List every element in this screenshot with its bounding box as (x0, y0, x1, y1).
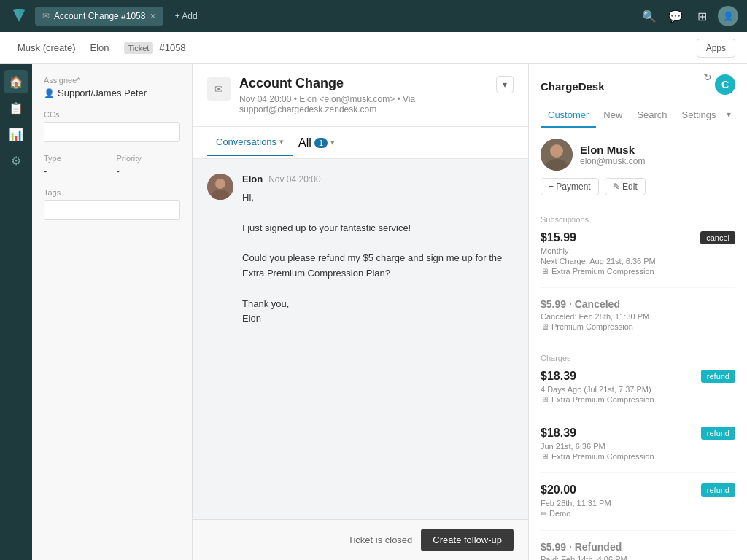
charge-amount-4: $5.99 · Refunded (541, 541, 622, 553)
assignee-value: 👤 Support/James Peter (44, 88, 180, 98)
tab-more-icon[interactable]: ▾ (724, 104, 734, 128)
panel-title: ChargeDesk (541, 80, 605, 93)
charge-item-4: $5.99 · Refunded Paid: Feb 14th, 4:06 PM… (541, 541, 735, 560)
priority-value: - (117, 166, 181, 176)
subscription-item-2: $5.99 · Canceled Canceled: Feb 28th, 11:… (541, 298, 735, 343)
message-avatar (207, 174, 233, 200)
tags-field: Tags (44, 188, 180, 220)
refund-badge-2[interactable]: refund (701, 427, 735, 440)
ticket-badge: Ticket (124, 42, 154, 54)
message-author: Elon (242, 174, 263, 184)
user-avatar[interactable]: 👤 (718, 6, 738, 26)
tab-close-icon[interactable]: × (150, 11, 155, 21)
charge-detail-3a: Feb 28th, 11:31 PM (541, 499, 735, 508)
breadcrumb-elon[interactable]: Elon (84, 39, 115, 56)
panel-content: Subscriptions $15.99 cancel Monthly Next… (529, 206, 747, 560)
message-content: Elon Nov 04 20:00 Hi, I just signed up t… (242, 174, 514, 327)
assignee-label: Assignee* (44, 76, 180, 85)
main-area: 🏠 📋 📊 ⚙ Assignee* 👤 Support/James Peter … (0, 64, 747, 560)
conversations-bar: Conversations ▾ All 1 ▾ (193, 127, 528, 159)
conversations-count: 1 (314, 138, 328, 148)
nav-reports[interactable]: 📊 (4, 122, 28, 146)
email-icon: ✉ (207, 77, 231, 101)
sub-amount-2: $5.99 · Canceled (541, 298, 620, 310)
charge-amount-2: $18.39 (541, 427, 576, 440)
edit-button[interactable]: ✎ Edit (605, 178, 646, 195)
charge-detail-3b: ✏ Demo (541, 509, 735, 518)
payment-button[interactable]: + Payment (541, 178, 599, 195)
sub-detail-1a: Monthly (541, 246, 735, 255)
customer-section: Elon Musk elon@musk.com + Payment ✎ Edit (529, 128, 747, 206)
refund-badge-1[interactable]: refund (701, 370, 735, 383)
email-header: ✉ Account Change Nov 04 20:00 • Elon <el… (193, 64, 528, 127)
cancel-badge-1[interactable]: cancel (700, 231, 735, 244)
ccs-field: CCs (44, 110, 180, 142)
charge-item-1: $18.39 refund 4 Days Ago (Jul 21st, 7:37… (541, 370, 735, 416)
sub-detail-1c: 🖥 Extra Premium Compression (541, 267, 735, 276)
tab-settings[interactable]: Settings (675, 104, 724, 128)
breadcrumb-ticket[interactable]: Ticket #1058 (118, 39, 192, 57)
type-priority-row: Type - Priority - (44, 154, 180, 176)
sub-amount-1: $15.99 (541, 231, 576, 244)
charge-amount-3: $20.00 (541, 483, 576, 497)
subscriptions-title: Subscriptions (541, 215, 735, 224)
charges-title: Charges (541, 354, 735, 362)
ticket-number: #1058 (159, 42, 185, 53)
refund-badge-3[interactable]: refund (701, 483, 735, 497)
ccs-input[interactable] (44, 122, 180, 142)
nav-tickets[interactable]: 📋 (4, 96, 28, 120)
conversations-dropdown-icon[interactable]: ▾ (279, 137, 284, 147)
panel-logo: C (715, 74, 735, 98)
sub-detail-2b: 🖥 Premium Compression (541, 322, 735, 331)
charge-detail-2b: 🖥 Extra Premium Compression (541, 452, 735, 461)
all-filter[interactable]: All 1 ▾ (298, 136, 335, 149)
nav-home[interactable]: 🏠 (4, 70, 28, 93)
panel-tabs: Customer New Search Settings ▾ (529, 104, 747, 128)
email-meta: Nov 04 20:00 • Elon <elon@musk.com> • Vi… (239, 94, 487, 114)
topbar: ✉ Account Change #1058 × + Add 🔍 💬 ⊞ 👤 (0, 0, 747, 32)
conversations-tab[interactable]: Conversations ▾ (207, 129, 293, 156)
tab-customer[interactable]: Customer (541, 104, 596, 128)
email-dropdown-button[interactable]: ▾ (496, 76, 514, 93)
ticket-sidebar: Assignee* 👤 Support/James Peter CCs Type… (32, 64, 193, 560)
customer-name: Elon Musk (580, 144, 646, 156)
charge-detail-1b: 🖥 Extra Premium Compression (541, 395, 735, 404)
charge-item-2: $18.39 refund Jun 21st, 6:36 PM 🖥 Extra … (541, 427, 735, 473)
customer-actions: + Payment ✎ Edit (541, 178, 735, 195)
tab-title: Account Change #1058 (54, 11, 145, 21)
nav-settings[interactable]: ⚙ (4, 149, 28, 172)
add-button[interactable]: + Add (169, 8, 204, 24)
panel-header: ChargeDesk C (529, 64, 747, 98)
tab-search[interactable]: Search (630, 104, 674, 128)
message-item: Elon Nov 04 20:00 Hi, I just signed up t… (207, 174, 514, 327)
charge-detail-1a: 4 Days Ago (Jul 21st, 7:37 PM) (541, 385, 735, 394)
create-followup-button[interactable]: Create follow-up (421, 529, 514, 551)
active-tab[interactable]: ✉ Account Change #1058 × (35, 7, 163, 26)
all-dropdown-icon[interactable]: ▾ (330, 138, 335, 147)
message-header: Elon Nov 04 20:00 (242, 174, 514, 184)
chat-icon[interactable]: 💬 (665, 6, 686, 26)
grid-icon[interactable]: ⊞ (692, 6, 712, 26)
search-icon[interactable]: 🔍 (639, 6, 659, 26)
sub-detail-2a: Canceled: Feb 28th, 11:30 PM (541, 312, 735, 321)
ccs-label: CCs (44, 110, 180, 119)
type-field: Type - (44, 154, 108, 176)
sub-detail-1b: Next Charge: Aug 21st, 6:36 PM (541, 257, 735, 265)
nav-sidebar: 🏠 📋 📊 ⚙ (0, 64, 32, 560)
topbar-icons: 🔍 💬 ⊞ 👤 (639, 6, 738, 26)
tab-new[interactable]: New (596, 104, 630, 128)
breadcrumb-create[interactable]: Musk (create) (12, 39, 81, 56)
email-title: Account Change (239, 76, 487, 91)
customer-info: Elon Musk elon@musk.com (580, 144, 646, 166)
apps-button[interactable]: Apps (697, 39, 735, 58)
charge-amount-1: $18.39 (541, 370, 576, 383)
subscription-item-1: $15.99 cancel Monthly Next Charge: Aug 2… (541, 231, 735, 288)
message-area: Elon Nov 04 20:00 Hi, I just signed up t… (193, 159, 528, 519)
tags-label: Tags (44, 188, 180, 197)
refresh-icon[interactable]: ↻ (703, 71, 712, 83)
email-info: Account Change Nov 04 20:00 • Elon <elon… (239, 76, 487, 114)
ticket-main: ✉ Account Change Nov 04 20:00 • Elon <el… (193, 64, 528, 560)
charge-detail-4a: Paid: Feb 14th, 4:06 PM (541, 555, 735, 560)
message-time: Nov 04 20:00 (268, 174, 320, 184)
tags-input[interactable] (44, 200, 180, 220)
